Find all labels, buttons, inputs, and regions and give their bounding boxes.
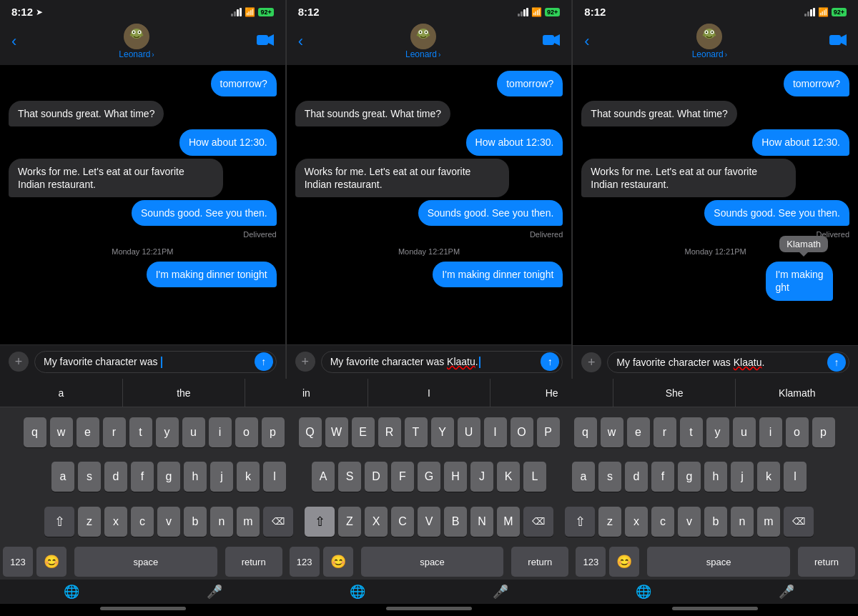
key-a3[interactable]: a bbox=[572, 462, 595, 492]
key-z3[interactable]: z bbox=[598, 507, 621, 537]
key-g3[interactable]: g bbox=[678, 462, 701, 492]
key-K[interactable]: K bbox=[497, 462, 520, 492]
key-j[interactable]: j bbox=[210, 462, 233, 492]
key-O[interactable]: O bbox=[511, 417, 533, 447]
klamath-tooltip-3[interactable]: Klamath bbox=[779, 236, 828, 252]
key-d[interactable]: d bbox=[104, 462, 127, 492]
key-x3[interactable]: x bbox=[625, 507, 648, 537]
globe-icon-2[interactable]: 🌐 bbox=[350, 584, 365, 600]
key-o[interactable]: o bbox=[235, 417, 258, 447]
key-k3[interactable]: k bbox=[757, 462, 780, 492]
add-button-2[interactable]: + bbox=[295, 352, 315, 372]
key-c3[interactable]: c bbox=[651, 507, 674, 537]
autocomplete-He[interactable]: He bbox=[490, 379, 613, 407]
key-a[interactable]: a bbox=[51, 462, 74, 492]
key-S[interactable]: S bbox=[338, 462, 361, 492]
key-U[interactable]: U bbox=[458, 417, 480, 447]
shift-key-2[interactable]: ⇧ bbox=[305, 507, 335, 537]
key-p3[interactable]: p bbox=[812, 417, 835, 447]
backspace-key-2[interactable]: ⌫ bbox=[523, 507, 553, 537]
globe-icon-1[interactable]: 🌐 bbox=[64, 584, 79, 600]
back-button-2[interactable]: ‹ bbox=[298, 32, 303, 51]
key-c[interactable]: c bbox=[131, 507, 154, 537]
key-i[interactable]: i bbox=[209, 417, 232, 447]
key-J[interactable]: J bbox=[470, 462, 493, 492]
key-L[interactable]: L bbox=[523, 462, 546, 492]
key-t[interactable]: t bbox=[129, 417, 152, 447]
key-j3[interactable]: j bbox=[731, 462, 754, 492]
num-key-2[interactable]: 123 bbox=[290, 547, 320, 577]
key-E[interactable]: E bbox=[352, 417, 375, 447]
key-M[interactable]: M bbox=[497, 507, 520, 537]
key-Y[interactable]: Y bbox=[431, 417, 454, 447]
backspace-key-1[interactable]: ⌫ bbox=[263, 507, 293, 537]
key-z[interactable]: z bbox=[78, 507, 101, 537]
key-v[interactable]: v bbox=[157, 507, 180, 537]
key-l3[interactable]: l bbox=[784, 462, 807, 492]
space-key-1[interactable]: space bbox=[74, 547, 217, 577]
mic-icon-2[interactable]: 🎤 bbox=[493, 584, 508, 600]
key-y[interactable]: y bbox=[156, 417, 179, 447]
key-d3[interactable]: d bbox=[625, 462, 648, 492]
key-h[interactable]: h bbox=[184, 462, 207, 492]
input-text-1[interactable]: My favorite character was bbox=[44, 356, 250, 368]
key-m3[interactable]: m bbox=[757, 507, 780, 537]
key-V[interactable]: V bbox=[418, 507, 440, 537]
key-e3[interactable]: e bbox=[627, 417, 650, 447]
key-r[interactable]: r bbox=[103, 417, 126, 447]
key-q3[interactable]: q bbox=[574, 417, 597, 447]
key-P[interactable]: P bbox=[537, 417, 560, 447]
nav-center-1[interactable]: Leonard › bbox=[119, 24, 154, 59]
send-button-1[interactable]: ↑ bbox=[255, 352, 273, 371]
key-G[interactable]: G bbox=[418, 462, 440, 492]
key-s3[interactable]: s bbox=[598, 462, 621, 492]
key-A[interactable]: A bbox=[312, 462, 335, 492]
key-p[interactable]: p bbox=[262, 417, 285, 447]
num-key-1[interactable]: 123 bbox=[3, 547, 33, 577]
text-input-1[interactable]: My favorite character was ↑ bbox=[34, 351, 277, 373]
key-Z[interactable]: Z bbox=[338, 507, 361, 537]
return-key-3[interactable]: return bbox=[798, 547, 855, 577]
emoji-key-2[interactable]: 😊 bbox=[323, 547, 353, 577]
mic-icon-3[interactable]: 🎤 bbox=[779, 584, 794, 600]
autocomplete-in[interactable]: in bbox=[245, 379, 368, 407]
globe-icon-3[interactable]: 🌐 bbox=[636, 584, 651, 600]
key-n[interactable]: n bbox=[210, 507, 233, 537]
key-l[interactable]: l bbox=[263, 462, 286, 492]
text-input-3[interactable]: My favorite character was Klaatu. ↑ bbox=[607, 352, 849, 373]
add-button-3[interactable]: + bbox=[581, 352, 601, 372]
return-key-1[interactable]: return bbox=[225, 547, 282, 577]
back-button-3[interactable]: ‹ bbox=[584, 32, 589, 51]
key-I[interactable]: I bbox=[484, 417, 507, 447]
key-w3[interactable]: w bbox=[601, 417, 623, 447]
key-W[interactable]: W bbox=[325, 417, 348, 447]
space-key-3[interactable]: space bbox=[647, 547, 790, 577]
key-H[interactable]: H bbox=[444, 462, 467, 492]
key-R[interactable]: R bbox=[378, 417, 401, 447]
autocomplete-She[interactable]: She bbox=[613, 379, 736, 407]
key-r3[interactable]: r bbox=[654, 417, 676, 447]
shift-key-1[interactable]: ⇧ bbox=[44, 507, 74, 537]
key-u3[interactable]: u bbox=[733, 417, 756, 447]
text-input-2[interactable]: My favorite character was Klaatu. ↑ bbox=[321, 351, 563, 373]
autocomplete-I[interactable]: I bbox=[368, 379, 491, 407]
mic-icon-1[interactable]: 🎤 bbox=[207, 584, 222, 600]
back-button-1[interactable]: ‹ bbox=[11, 32, 16, 51]
space-key-2[interactable]: space bbox=[361, 547, 504, 577]
video-call-button-2[interactable] bbox=[543, 34, 560, 50]
input-text-3[interactable]: My favorite character was Klaatu. bbox=[616, 357, 823, 368]
send-button-2[interactable]: ↑ bbox=[541, 352, 559, 371]
key-g[interactable]: g bbox=[157, 462, 180, 492]
shift-key-3[interactable]: ⇧ bbox=[565, 507, 595, 537]
key-n3[interactable]: n bbox=[731, 507, 754, 537]
key-b3[interactable]: b bbox=[704, 507, 727, 537]
video-call-button-3[interactable] bbox=[829, 34, 847, 50]
emoji-key-3[interactable]: 😊 bbox=[609, 547, 639, 577]
key-Q[interactable]: Q bbox=[299, 417, 322, 447]
num-key-3[interactable]: 123 bbox=[576, 547, 606, 577]
add-button-1[interactable]: + bbox=[9, 352, 29, 372]
key-o3[interactable]: o bbox=[786, 417, 809, 447]
key-q[interactable]: q bbox=[24, 417, 46, 447]
autocomplete-a[interactable]: a bbox=[0, 379, 123, 407]
autocomplete-Klamath[interactable]: Klamath bbox=[736, 379, 858, 407]
